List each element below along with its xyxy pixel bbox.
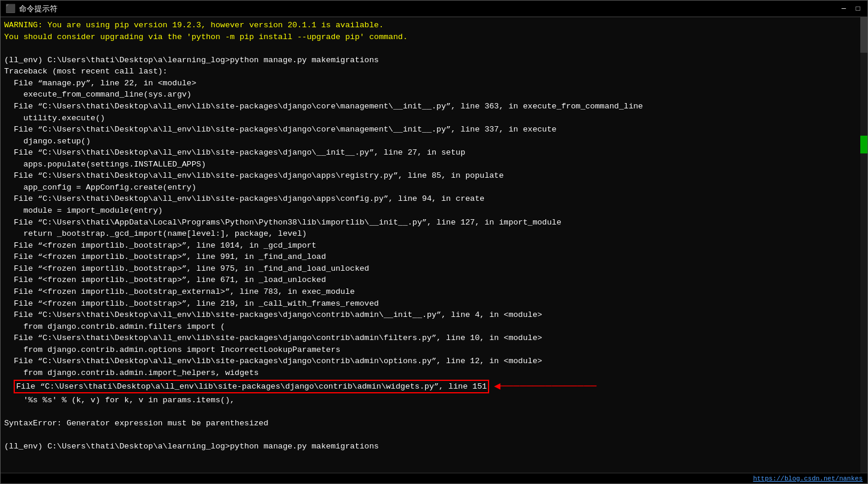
line-3 — [4, 43, 864, 55]
window-controls: — □ — [839, 4, 863, 14]
title-bar: ⬛ 命令提示符 — □ — [1, 1, 867, 17]
scrollbar-green-indicator — [860, 136, 867, 153]
window-title: 命令提示符 — [19, 4, 839, 14]
scrollbar-thumb[interactable] — [860, 17, 867, 53]
line-14: File “C:\Users\thati\Desktop\a\ll_env\li… — [4, 170, 864, 182]
line-29: from django.contrib.admin.options import… — [4, 344, 864, 356]
line-25: File “<frozen importlib._bootstrap>”, li… — [4, 298, 864, 310]
line-27: from django.contrib.admin.filters import… — [4, 321, 864, 333]
line-34 — [4, 406, 864, 418]
error-file-path: File “C:\Users\thati\Desktop\a\ll_env\li… — [14, 380, 489, 394]
line-5: Traceback (most recent call last): — [4, 66, 864, 78]
terminal-window: ⬛ 命令提示符 — □ WARNING: You are using pip v… — [0, 0, 868, 484]
line-12: File “C:\Users\thati\Desktop\a\ll_env\li… — [4, 147, 864, 159]
red-arrow-indicator: ◀─────────────── — [494, 379, 596, 394]
line-16: File “C:\Users\thati\Desktop\a\ll_env\li… — [4, 193, 864, 205]
line-22: File “<frozen importlib._bootstrap>”, li… — [4, 263, 864, 275]
line-18: File “C:\Users\thati\AppData\Local\Progr… — [4, 217, 864, 229]
line-28: File “C:\Users\thati\Desktop\a\ll_env\li… — [4, 332, 864, 344]
minimize-button[interactable]: — — [839, 4, 848, 14]
line-13: apps.populate(settings.INSTALLED_APPS) — [4, 159, 864, 171]
maximize-button[interactable]: □ — [853, 4, 863, 14]
status-bar: https://blog.csdn.net/nankes — [1, 473, 867, 483]
highlighted-error-line: File “C:\Users\thati\Desktop\a\ll_env\li… — [4, 379, 864, 394]
terminal-body: WARNING: You are using pip version 19.2.… — [1, 17, 867, 473]
line-26: File “C:\Users\thati\Desktop\a\ll_env\li… — [4, 309, 864, 321]
line-7: execute_from_command_line(sys.argv) — [4, 89, 864, 101]
line-9: utility.execute() — [4, 113, 864, 124]
line-31: from django.contrib.admin.import_helpers… — [4, 367, 864, 379]
line-30: File “C:\Users\thati\Desktop\a\ll_env\li… — [4, 355, 864, 367]
line-17: module = import_module(entry) — [4, 205, 864, 217]
line-8: File “C:\Users\thati\Desktop\a\ll_env\li… — [4, 101, 864, 113]
line-36 — [4, 429, 864, 441]
line-23: File “<frozen importlib._bootstrap>”, li… — [4, 274, 864, 286]
syntax-error-line: SyntaxError: Generator expression must b… — [4, 418, 864, 429]
line-21: File “<frozen importlib._bootstrap>”, li… — [4, 251, 864, 263]
line-24: File “<frozen importlib._bootstrap_exter… — [4, 286, 864, 298]
line-1: WARNING: You are using pip version 19.2.… — [4, 20, 864, 31]
line-11: django.setup() — [4, 136, 864, 148]
line-19: return _bootstrap._gcd_import(name[level… — [4, 228, 864, 240]
line-37: (ll_env) C:\Users\thati\Desktop\a\learni… — [4, 441, 864, 453]
line-10: File “C:\Users\thati\Desktop\a\ll_env\li… — [4, 124, 864, 136]
scrollbar-track[interactable] — [860, 17, 867, 473]
window-icon: ⬛ — [5, 4, 15, 14]
line-20: File “<frozen importlib._bootstrap>”, li… — [4, 240, 864, 252]
line-15: app_config = AppConfig.create(entry) — [4, 182, 864, 194]
line-6: File “manage.py”, line 22, in <module> — [4, 78, 864, 89]
csdn-link[interactable]: https://blog.csdn.net/nankes — [753, 475, 863, 482]
line-2: You should consider upgrading via the 'p… — [4, 31, 864, 43]
line-33: '%s %s' % (k, v) for k, v in params.item… — [4, 395, 864, 406]
line-4: (ll_env) C:\Users\thati\Desktop\a\learni… — [4, 55, 864, 66]
